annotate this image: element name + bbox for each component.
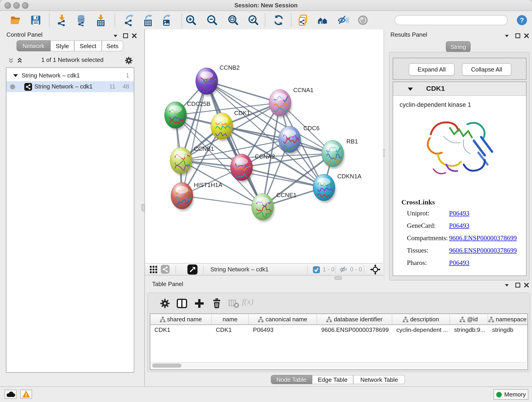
zoom-fit-button[interactable] — [227, 14, 239, 26]
network-edge[interactable] — [182, 196, 263, 207]
tab-sets[interactable]: Sets — [102, 40, 123, 51]
tab-style[interactable]: Style — [51, 40, 74, 51]
search-input[interactable] — [394, 15, 508, 25]
fit-content-button[interactable] — [370, 264, 381, 275]
column-header[interactable]: name — [212, 314, 249, 325]
network-share-view-button[interactable] — [161, 265, 170, 274]
tab-network[interactable]: Network — [17, 40, 51, 51]
horizontal-scrollbar[interactable] — [151, 362, 526, 369]
node-result-header[interactable]: CDK1 — [393, 82, 526, 96]
function-builder-button[interactable]: f(x) — [242, 297, 253, 307]
import-network-button[interactable] — [56, 14, 68, 26]
panel-menu-button[interactable] — [113, 33, 118, 38]
show-column-selector-button[interactable] — [176, 298, 188, 309]
help-button[interactable]: ? — [516, 15, 527, 26]
column-header[interactable]: shared name — [150, 314, 212, 325]
apply-layout-button[interactable] — [273, 14, 285, 26]
collapse-entry-icon[interactable] — [408, 87, 413, 91]
gray-eye-icon — [357, 14, 369, 26]
table-cell[interactable]: P06493 — [249, 325, 317, 335]
panel-float-button[interactable] — [515, 33, 520, 38]
toolbar-separator — [181, 13, 182, 27]
export-image-button[interactable] — [160, 14, 172, 26]
create-column-button[interactable] — [193, 298, 205, 309]
table-cell[interactable]: CDK1 — [150, 325, 212, 335]
export-table-button[interactable] — [142, 14, 154, 26]
network-canvas[interactable]: CCNB2CCNA1CDC25BCDK1CDC6RB1CCNB1CCNA2CDK… — [145, 29, 383, 263]
scrollbar-thumb[interactable] — [152, 364, 181, 368]
export-network-button[interactable] — [123, 14, 135, 26]
column-header[interactable]: canonical name — [249, 314, 317, 325]
network-node[interactable] — [171, 182, 195, 211]
network-edge[interactable] — [182, 81, 207, 196]
network-options-gear-button[interactable] — [125, 56, 133, 65]
tab-string[interactable]: String — [446, 41, 471, 52]
zoom-selected-button[interactable] — [247, 14, 259, 26]
expand-all-button[interactable]: Expand All — [409, 63, 455, 76]
network-node[interactable] — [322, 140, 346, 169]
network-node[interactable] — [165, 102, 189, 130]
cloud-status-button[interactable] — [5, 390, 17, 399]
column-header[interactable]: @id — [450, 314, 488, 325]
tab-node-table[interactable]: Node Table — [271, 375, 312, 384]
entry-gene-name: CDK1 — [426, 84, 445, 92]
import-database-button[interactable] — [76, 14, 88, 26]
save-floppy-icon — [30, 14, 42, 26]
table-cell[interactable]: 9606.ENSP00000378699 — [317, 325, 392, 335]
memory-label: Memory — [504, 391, 526, 398]
save-session-button[interactable] — [30, 14, 42, 26]
crosslink-link[interactable]: P06493 — [449, 210, 469, 217]
tab-select[interactable]: Select — [74, 40, 102, 51]
collapse-all-button[interactable]: Collapse All — [462, 63, 511, 76]
selected-checkbox-icon[interactable] — [313, 266, 320, 273]
panel-close-button[interactable] — [132, 33, 137, 38]
crosslink-link[interactable]: 9606.ENSP00000378699 — [449, 234, 517, 242]
delete-column-button[interactable] — [211, 298, 223, 309]
network-node[interactable] — [313, 174, 337, 203]
column-header[interactable]: namespace — [488, 314, 527, 325]
panel-float-button[interactable] — [123, 33, 128, 38]
import-table-button[interactable] — [95, 14, 107, 26]
hide-selected-button[interactable] — [337, 14, 349, 26]
table-cell[interactable]: cyclin-dependent ... — [392, 325, 450, 335]
grid-mode-button[interactable] — [150, 266, 157, 273]
panel-menu-button[interactable] — [504, 282, 510, 288]
show-all-button[interactable] — [357, 14, 369, 26]
table-cell[interactable]: stringdb:9... — [450, 325, 488, 335]
warning-status-button[interactable] — [20, 390, 32, 399]
table-row[interactable]: CDK1 CDK1 P06493 9606.ENSP00000378699 cy… — [150, 325, 527, 335]
panel-float-button[interactable] — [515, 282, 520, 288]
column-header[interactable]: description — [392, 314, 450, 325]
crosslink-link[interactable]: P06493 — [449, 222, 469, 230]
table-options-gear-button[interactable] — [159, 298, 171, 309]
zoom-in-button[interactable] — [185, 14, 197, 26]
column-header[interactable]: database identifier — [317, 314, 392, 325]
panel-menu-button[interactable] — [504, 33, 510, 38]
tree-expand-icon[interactable] — [13, 74, 18, 77]
delete-table-button[interactable] — [228, 298, 240, 309]
panel-close-button[interactable] — [524, 33, 529, 38]
birds-eye-view-button[interactable] — [187, 264, 197, 274]
table-cell[interactable]: stringdb — [488, 325, 527, 335]
memory-button[interactable]: Memory — [494, 389, 528, 400]
crosslink-link[interactable]: 9606.ENSP00000378699 — [449, 247, 517, 254]
first-neighbors-button[interactable] — [317, 14, 329, 26]
network-node[interactable] — [269, 89, 293, 118]
open-session-button[interactable] — [10, 14, 22, 26]
network-node[interactable] — [230, 154, 255, 182]
network-collection-row[interactable]: String Network – cdk1 1 — [6, 70, 134, 81]
network-graph[interactable]: CCNB2CCNA1CDC25BCDK1CDC6RB1CCNB1CCNA2CDK… — [145, 29, 383, 263]
selected-count: 1 - 0 — [323, 266, 335, 273]
clone-network-button[interactable] — [298, 14, 309, 26]
crosslink-link[interactable]: P06493 — [449, 259, 469, 267]
network-row-selected[interactable]: String Network – cdk1 11 48 — [6, 81, 134, 92]
zoom-out-button[interactable] — [206, 14, 218, 26]
network-node[interactable] — [252, 193, 276, 222]
table-cell[interactable]: CDK1 — [212, 325, 249, 335]
tab-network-table[interactable]: Network Table — [353, 375, 405, 384]
panel-close-button[interactable] — [524, 282, 529, 288]
tab-edge-table[interactable]: Edge Table — [312, 375, 353, 384]
left-splitter-handle[interactable] — [142, 204, 145, 211]
zoom-fit-icon — [227, 14, 239, 26]
network-node[interactable] — [196, 68, 220, 96]
